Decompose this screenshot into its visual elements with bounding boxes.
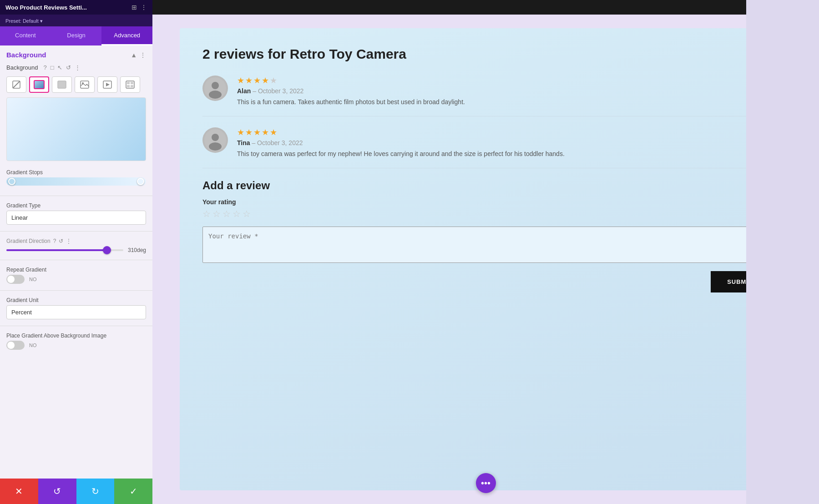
repeat-gradient-group: Repeat Gradient NO (0, 264, 152, 287)
rating-star-1[interactable]: ☆ (202, 208, 211, 219)
svg-rect-9 (127, 82, 130, 84)
bg-type-video[interactable] (97, 76, 117, 93)
add-review-title: Add a review (202, 179, 769, 192)
svg-line-0 (13, 81, 20, 88)
gradient-stops-group: Gradient Stops (0, 166, 152, 192)
rating-star-3[interactable]: ☆ (222, 208, 231, 219)
svg-rect-2 (34, 81, 44, 89)
gradient-stop-left[interactable] (8, 178, 15, 185)
repeat-gradient-toggle[interactable] (6, 275, 25, 284)
svg-rect-10 (131, 82, 133, 84)
confirm-button[interactable]: ✓ (114, 479, 152, 504)
review-card-1: ★★★★★ Alan – October 3, 2022 This is a f… (202, 76, 769, 116)
gradient-unit-label: Gradient Unit (6, 297, 146, 303)
place-gradient-toggle-knob (7, 342, 15, 349)
reviewer-line-2: Tina – October 3, 2022 (237, 139, 769, 146)
bg-type-image[interactable] (75, 76, 95, 93)
reviewer-line-1: Alan – October 3, 2022 (237, 87, 769, 95)
section-more-icon[interactable]: ⋮ (140, 51, 146, 59)
stars-2: ★★★★★ (237, 127, 769, 137)
cancel-button[interactable]: ✕ (0, 479, 38, 504)
gradient-direction-value: 310deg (127, 247, 146, 253)
gradient-stop-right[interactable] (137, 178, 144, 185)
bg-more-icon[interactable]: ⋮ (75, 64, 81, 71)
gradient-direction-help-icon[interactable]: ? (53, 238, 56, 244)
gradient-direction-label-row: Gradient Direction ? ↺ ⋮ (6, 238, 146, 244)
bottom-bar: ✕ ↺ ↻ ✓ (0, 479, 152, 504)
your-rating-label: Your rating (202, 198, 769, 206)
gradient-direction-fill (6, 249, 107, 251)
content-wrapper: 2 reviews for Retro Toy Camera ★★★★★ Ala (152, 15, 819, 504)
reviews-title: 2 reviews for Retro Toy Camera (202, 46, 769, 62)
bg-row-icons: ? □ ↖ ↺ ⋮ (43, 64, 81, 71)
rating-star-2[interactable]: ☆ (212, 208, 221, 219)
section-collapse-icon[interactable]: ▲ (131, 51, 137, 59)
redo-button[interactable]: ↻ (76, 479, 115, 504)
repeat-gradient-toggle-row: NO (6, 275, 146, 284)
reviewer-name-2: Tina (237, 139, 250, 146)
review-textarea[interactable] (202, 227, 769, 263)
review-body-1: ★★★★★ Alan – October 3, 2022 This is a f… (237, 76, 769, 107)
review-text-1: This is a fun camera. Takes authentic fi… (237, 97, 769, 107)
reviewer-name-1: Alan (237, 87, 251, 95)
bg-type-pattern[interactable] (120, 76, 140, 93)
bg-type-buttons (0, 75, 152, 97)
gradient-type-group: Gradient Type Linear Radial Conic (0, 200, 152, 227)
panel-body: Background ▲ ⋮ Background ? □ ↖ ↺ ⋮ (0, 45, 152, 504)
gradient-direction-thumb[interactable] (103, 246, 111, 254)
tab-advanced[interactable]: Advanced (101, 26, 152, 45)
gradient-direction-more-icon[interactable]: ⋮ (66, 238, 71, 244)
bg-help-icon[interactable]: ? (43, 64, 46, 71)
rating-star-4[interactable]: ☆ (233, 208, 241, 219)
repeat-gradient-toggle-knob (7, 276, 15, 283)
repeat-gradient-label: Repeat Gradient (6, 267, 146, 273)
bg-type-none[interactable] (6, 76, 26, 93)
stars-1: ★★★★★ (237, 76, 769, 86)
right-area: 2 reviews for Retro Toy Camera ★★★★★ Ala (152, 0, 819, 504)
preset-label[interactable]: Preset: Default ▾ (5, 18, 43, 24)
left-panel: Woo Product Reviews Setti... ⊞ ⋮ Preset:… (0, 0, 152, 504)
gradient-direction-reset-icon[interactable]: ↺ (59, 238, 63, 244)
reviewer-date-2: October 3, 2022 (257, 139, 303, 146)
svg-point-18 (209, 142, 222, 151)
right-side-strip (746, 0, 819, 504)
reviewer-date-1: October 3, 2022 (258, 87, 303, 95)
section-header: Background ▲ ⋮ (0, 45, 152, 62)
redo-icon: ↻ (91, 486, 99, 497)
bg-pointer-icon[interactable]: ↖ (57, 64, 62, 71)
bg-type-flat[interactable] (52, 76, 72, 93)
confirm-icon: ✓ (130, 486, 137, 497)
bg-type-gradient[interactable] (29, 76, 49, 93)
gradient-direction-slider[interactable] (6, 249, 123, 251)
rating-stars-input[interactable]: ☆ ☆ ☆ ☆ ☆ (202, 208, 769, 219)
undo-icon: ↺ (53, 486, 61, 497)
gradient-direction-slider-row: 310deg (6, 247, 146, 253)
rating-star-5[interactable]: ☆ (243, 208, 251, 219)
bg-label: Background (6, 64, 38, 71)
tab-design[interactable]: Design (51, 26, 102, 45)
tabs-bar: Content Design Advanced (0, 26, 152, 45)
place-gradient-toggle[interactable] (6, 341, 25, 350)
floating-menu-button[interactable]: ••• (476, 473, 496, 493)
review-text-2: This toy camera was perfect for my nephe… (237, 149, 769, 159)
panel-grid-icon[interactable]: ⊞ (131, 4, 137, 11)
undo-button[interactable]: ↺ (38, 479, 76, 504)
gradient-type-select[interactable]: Linear Radial Conic (6, 211, 146, 225)
bg-reset-icon[interactable]: ↺ (66, 64, 71, 71)
gradient-direction-label: Gradient Direction (6, 238, 51, 244)
svg-marker-7 (106, 83, 110, 86)
repeat-gradient-toggle-label: NO (29, 277, 37, 282)
avatar-1 (202, 76, 228, 101)
panel-title: Woo Product Reviews Setti... (5, 4, 87, 11)
svg-point-15 (209, 91, 222, 99)
tab-content[interactable]: Content (0, 26, 51, 45)
svg-point-17 (212, 134, 219, 141)
top-bar (152, 0, 819, 15)
gradient-stops-track[interactable] (6, 177, 146, 186)
gradient-unit-select[interactable]: Percent Pixel (6, 305, 146, 319)
bg-responsive-icon[interactable]: □ (51, 64, 54, 71)
panel-menu-icon[interactable]: ⋮ (141, 4, 147, 11)
place-gradient-toggle-label: NO (29, 343, 37, 348)
svg-rect-3 (58, 81, 66, 88)
review-body-2: ★★★★★ Tina – October 3, 2022 This toy ca… (237, 127, 769, 159)
